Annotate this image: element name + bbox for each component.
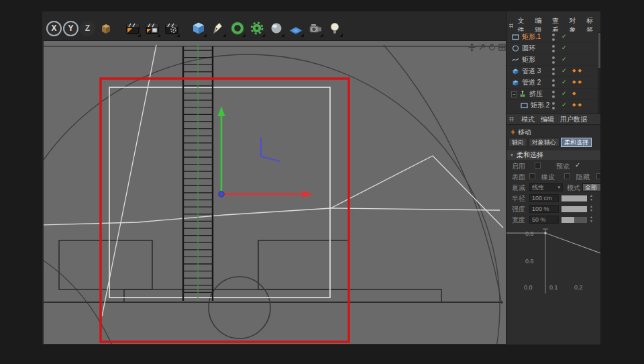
right-box-outline[interactable] [258,240,349,289]
enabled-check-icon[interactable]: ✓ [561,56,567,62]
tag-diamond-icons[interactable]: ◆◆ [572,68,584,73]
white-horizontal-spline[interactable] [44,208,500,225]
preview-check-icon[interactable]: ✓ [575,161,580,169]
dark-structures[interactable] [44,240,503,338]
curve-node[interactable] [545,232,547,234]
mode-object-axis-button[interactable]: 对象轴心 [529,138,559,147]
primitive-cube-button[interactable] [189,19,207,38]
object-manager-list: 矩形.1 ✓ 圆环 ✓ 矩形 [506,32,600,113]
deformer-button[interactable] [248,19,266,38]
hidden-checkbox[interactable] [596,173,600,179]
falloff-curve-graph[interactable]: 0.8 0.6 0.0 0.1 0.2 [506,225,600,312]
environment-sphere-button[interactable] [267,19,285,38]
right-arc[interactable] [384,45,502,304]
x-tick-label: 0.2 [574,284,583,291]
dome-arc[interactable] [44,54,500,344]
tag-diamond-icons[interactable]: ◆◆ [572,79,584,85]
axis-z-button[interactable]: Z [80,21,95,36]
strength-slider[interactable] [561,206,587,212]
enabled-check-icon[interactable]: ✓ [561,79,567,85]
radius-stepper[interactable]: ▲ ▼ [590,193,593,201]
strength-stepper[interactable]: ▲ ▼ [590,204,593,212]
visibility-dots[interactable] [552,79,555,87]
object-row-rectangle-1[interactable]: 矩形.1 ✓ [506,32,600,43]
move-gizmo[interactable] [218,106,313,198]
panel-grid-icon[interactable] [509,24,513,28]
stepper-down-icon[interactable]: ▼ [590,197,593,201]
enabled-check-icon[interactable]: ✓ [561,67,567,74]
white-tent-spline[interactable] [331,156,503,228]
collapse-toggle[interactable]: − [511,91,517,97]
object-row-extrude[interactable]: − 挤压 ✓ ◆ [506,89,600,100]
axis-y-button[interactable]: Y [63,21,78,36]
gizmo-origin-dot[interactable] [219,191,224,197]
visibility-dots[interactable] [552,34,555,41]
render-settings-button[interactable] [162,19,180,38]
object-list-scrollbar[interactable] [598,32,600,113]
stepper-down-icon[interactable]: ▼ [590,208,593,212]
white-splines[interactable] [44,45,503,316]
enabled-check-icon[interactable]: ✓ [561,90,567,97]
enabled-check-icon[interactable]: ✓ [561,44,567,51]
render-view-button[interactable] [123,19,142,38]
mode-axial-button[interactable]: 轴向 [508,138,527,147]
falloff-dropdown[interactable]: 线性 ▾ [529,183,563,191]
tab-edit[interactable]: 编辑 [541,115,554,124]
object-row-pipe-3[interactable]: 管道 3 ✓ ◆◆ [506,66,600,77]
tab-user-data[interactable]: 用户数据 [560,115,587,124]
panel-grid-icon[interactable] [509,117,514,122]
gizmo-x-arrowhead[interactable] [303,191,313,198]
soft-selection-section-header[interactable]: ▼ 柔和选择 [506,150,600,160]
hidden-label: 隐藏 [576,173,590,182]
base-slab-outline[interactable] [124,289,441,302]
visibility-dots[interactable] [552,45,555,52]
floor-button[interactable] [286,19,305,38]
width-slider[interactable] [561,217,587,223]
radius-input[interactable]: 100 cm [529,194,559,202]
mode-soft-selection-button[interactable]: 柔和选择 [561,138,592,147]
visibility-dots[interactable] [552,91,555,98]
pan-icon[interactable] [468,42,476,51]
white-diagonal-spline[interactable] [102,45,156,316]
object-row-circle[interactable]: 圆环 ✓ [506,43,600,54]
visibility-dots[interactable] [552,102,555,109]
visibility-dots[interactable] [552,56,555,64]
enable-checkbox[interactable] [535,163,541,169]
object-row-pipe-2[interactable]: 管道 2 ✓ ◆◆ [506,77,600,89]
width-input[interactable]: 50 % [529,216,559,224]
camera-button[interactable] [306,19,324,38]
enabled-check-icon[interactable]: ✓ [561,33,567,40]
viewport-canvas[interactable] [44,41,506,344]
zoom-icon[interactable] [478,42,486,51]
falloff-curve-line[interactable] [506,233,600,253]
eraser-checkbox[interactable] [564,173,570,179]
axis-x-button[interactable]: X [46,21,62,36]
flyout-indicator [176,34,180,37]
width-stepper[interactable]: ▲ ▼ [590,215,593,223]
maximize-icon[interactable] [498,42,506,51]
object-row-rectangle[interactable]: 矩形 ✓ [506,54,600,66]
left-box-outline[interactable] [59,240,152,289]
light-button[interactable] [325,19,343,38]
object-row-rectangle-2[interactable]: 矩形.2 ✓ ◆◆ [506,100,600,111]
visibility-dots[interactable] [552,68,555,75]
stepper-down-icon[interactable]: ▼ [590,219,593,223]
gizmo-plane-handle[interactable] [261,138,280,161]
bottom-circle-spline[interactable] [209,277,270,338]
tab-mode[interactable]: 模式 [521,115,535,124]
render-picture-viewer-button[interactable] [143,19,161,38]
surface-checkbox[interactable] [529,173,535,179]
tag-diamond-icons[interactable]: ◆◆ [572,102,584,107]
strength-input[interactable]: 100 % [529,205,559,213]
falloff-row: 衰减 线性 ▾ 模式 全部 [506,182,600,193]
viewport[interactable] [44,40,506,344]
tag-diamond-icons[interactable]: ◆ [572,91,578,96]
pen-spline-button[interactable] [209,19,227,38]
radius-slider[interactable] [561,195,587,201]
subdivision-surface-button[interactable] [228,19,246,38]
coordinate-system-button[interactable] [97,19,115,38]
gizmo-y-arrowhead[interactable] [218,106,225,116]
rotate-icon[interactable] [488,42,496,51]
mode-dropdown[interactable]: 全部 [582,183,600,191]
enabled-check-icon[interactable]: ✓ [561,101,567,108]
